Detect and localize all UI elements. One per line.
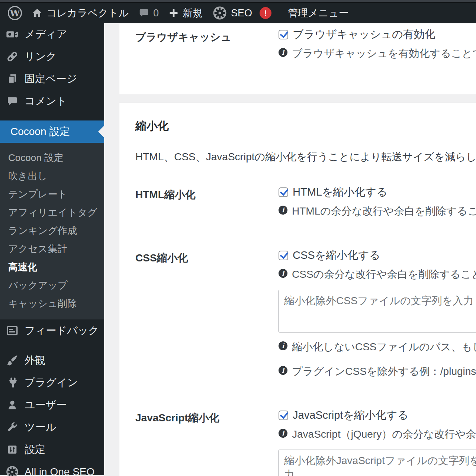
- info-icon: [279, 429, 287, 438]
- site-name-link[interactable]: コレカラベクトル: [27, 3, 134, 23]
- seo-menu-button[interactable]: SEO !: [208, 3, 276, 23]
- sidebar-item-label: 固定ページ: [25, 72, 77, 86]
- checkbox-label: HTMLを縮小化する: [293, 185, 387, 200]
- browser-cache-control: ブラウザキャッシュの有効化 ブラウザキャッシュを有効化することで、訪問: [279, 27, 476, 61]
- info-icon: [279, 366, 287, 375]
- comments-icon: [5, 94, 19, 108]
- html-minify-info: HTMLの余分な改行や余白を削除することによ: [279, 204, 476, 218]
- home-icon: [32, 7, 43, 19]
- submenu-item-backup[interactable]: バックアップ: [0, 276, 104, 295]
- admin-menu-label: 管理メニュー: [288, 6, 349, 20]
- plus-icon: [168, 8, 179, 18]
- browser-cache-row: ブラウザキャッシュ ブラウザキャッシュの有効化 ブラウザキャッシュを有効化するこ…: [135, 27, 476, 61]
- browser-cache-checkbox[interactable]: [279, 30, 288, 39]
- html-minify-checkbox[interactable]: [279, 187, 288, 197]
- submenu-item-cocoon-settings[interactable]: Cocoon 設定: [0, 149, 104, 167]
- feedback-icon: [5, 324, 19, 338]
- sidebar-item-label: ユーザー: [25, 398, 67, 412]
- js-minify-checkbox-row[interactable]: JavaScriptを縮小化する: [279, 408, 476, 423]
- info-icon: [279, 48, 287, 57]
- sidebar-item-users[interactable]: ユーザー: [0, 394, 104, 416]
- sidebar-item-tools[interactable]: ツール: [0, 416, 104, 438]
- js-minify-row: JavaScript縮小化 JavaScriptを縮小化する JavaScrip…: [135, 408, 476, 476]
- submenu-item-speed-up-current[interactable]: 高速化: [0, 258, 104, 276]
- admin-menu-button[interactable]: 管理メニュー: [283, 3, 354, 23]
- html-minify-checkbox-row[interactable]: HTMLを縮小化する: [279, 185, 476, 200]
- admin-sidebar: メディア リンク 固定ページ: [0, 23, 104, 475]
- minify-card: 縮小化 HTML、CSS、JavaScriptの縮小化を行うことにより転送サイズ…: [119, 103, 476, 476]
- submenu-item-affiliate-tag[interactable]: アフィリエイトタグ: [0, 203, 104, 222]
- browser-cache-checkbox-row[interactable]: ブラウザキャッシュの有効化: [279, 27, 476, 42]
- sidebar-item-all-in-one-seo[interactable]: All in One SEO: [0, 461, 104, 476]
- sidebar-item-label: All in One SEO: [25, 466, 94, 476]
- site-name-label: コレカラベクトル: [46, 6, 129, 20]
- sidebar-item-label: 外観: [25, 353, 45, 367]
- submenu-item-template[interactable]: テンプレート: [0, 185, 104, 203]
- minify-section-title: 縮小化: [135, 119, 476, 134]
- new-content-label: 新規: [183, 6, 203, 20]
- plugins-icon: [5, 376, 19, 390]
- wordpress-logo-button[interactable]: W: [3, 3, 27, 23]
- info-icon: [279, 269, 287, 278]
- css-exclude-info-2: プラグインCSSを除外する例：/plugins/plugin-: [279, 364, 476, 379]
- sidebar-item-label: メディア: [25, 27, 67, 41]
- settings-icon: [5, 443, 19, 457]
- media-icon: [5, 27, 19, 41]
- sidebar-item-pages[interactable]: 固定ページ: [0, 68, 104, 90]
- css-minify-checkbox[interactable]: [279, 251, 288, 260]
- js-minify-checkbox[interactable]: [279, 411, 288, 420]
- html-minify-control: HTMLを縮小化する HTMLの余分な改行や余白を削除することによ: [279, 185, 476, 218]
- comment-count: 0: [153, 7, 159, 19]
- info-text: JavaScript（jQuery）の余分な改行や余白を削除: [292, 427, 476, 441]
- window-top-strip: [0, 0, 476, 3]
- browser-cache-label: ブラウザキャッシュ: [135, 27, 279, 61]
- sidebar-item-label: プラグイン: [25, 376, 78, 390]
- js-minify-control: JavaScriptを縮小化する JavaScript（jQuery）の余分な改…: [279, 408, 476, 476]
- checkbox-label: ブラウザキャッシュの有効化: [293, 27, 435, 42]
- info-text: CSSの余分な改行や余白を削除することにより: [292, 267, 476, 282]
- users-icon: [5, 398, 19, 412]
- info-text: HTMLの余分な改行や余白を削除することによ: [292, 204, 476, 218]
- js-minify-info: JavaScript（jQuery）の余分な改行や余白を削除: [279, 427, 476, 441]
- browser-cache-card: ブラウザキャッシュ ブラウザキャッシュの有効化 ブラウザキャッシュを有効化するこ…: [119, 23, 476, 94]
- comments-shortcut[interactable]: 0: [134, 3, 164, 23]
- js-minify-label: JavaScript縮小化: [135, 408, 279, 476]
- sidebar-item-cocoon-settings[interactable]: Cocoon 設定: [0, 120, 104, 143]
- checkbox-label: CSSを縮小化する: [293, 248, 380, 263]
- css-minify-label: CSS縮小化: [135, 248, 279, 379]
- html-minify-row: HTML縮小化 HTMLを縮小化する HTMLの余分な改行や余白を削除することに…: [135, 185, 476, 218]
- checkbox-label: JavaScriptを縮小化する: [293, 408, 408, 423]
- sidebar-item-label: コメント: [25, 94, 67, 108]
- css-minify-control: CSSを縮小化する CSSの余分な改行や余白を削除することにより 縮小化しないC…: [279, 248, 476, 379]
- sidebar-item-media[interactable]: メディア: [0, 23, 104, 45]
- new-content-button[interactable]: 新規: [164, 3, 208, 23]
- sidebar-item-label: Cocoon 設定: [10, 125, 70, 139]
- seo-alert-badge: !: [260, 7, 271, 19]
- info-icon: [279, 206, 287, 215]
- sidebar-separator: [0, 342, 104, 349]
- sidebar-item-plugins[interactable]: プラグイン: [0, 372, 104, 394]
- sidebar-item-settings[interactable]: 設定: [0, 438, 104, 461]
- cocoon-submenu: Cocoon 設定 吹き出し テンプレート アフィリエイトタグ ランキング作成 …: [0, 143, 104, 319]
- css-exclude-info-1: 縮小化しないCSSファイルのパス、もしくはパ: [279, 340, 476, 354]
- submenu-item-cache-delete[interactable]: キャッシュ削除: [0, 295, 104, 313]
- appearance-icon: [5, 353, 19, 367]
- css-exclude-textarea[interactable]: [279, 290, 476, 332]
- sidebar-item-links[interactable]: リンク: [0, 45, 104, 68]
- sidebar-item-label: フィードバック: [25, 324, 99, 338]
- info-icon: [279, 341, 287, 350]
- sidebar-item-comments[interactable]: コメント: [0, 90, 104, 112]
- submenu-item-speech-bubble[interactable]: 吹き出し: [0, 167, 104, 185]
- css-minify-row: CSS縮小化 CSSを縮小化する CSSの余分な改行や余白を削除することにより …: [135, 248, 476, 379]
- sidebar-item-appearance[interactable]: 外観: [0, 349, 104, 372]
- sidebar-item-feedback[interactable]: フィードバック: [0, 319, 104, 342]
- submenu-item-access-stats[interactable]: アクセス集計: [0, 240, 104, 258]
- submenu-item-ranking[interactable]: ランキング作成: [0, 222, 104, 240]
- minify-section-description: HTML、CSS、JavaScriptの縮小化を行うことにより転送サイズを減らし…: [135, 150, 476, 164]
- sidebar-item-label: 設定: [25, 443, 45, 457]
- admin-bar: W コレカラベクトル 0 新規: [0, 3, 476, 23]
- html-minify-label: HTML縮小化: [135, 185, 279, 218]
- js-exclude-textarea[interactable]: [279, 450, 476, 476]
- info-text: ブラウザキャッシュを有効化することで、訪問: [292, 46, 476, 61]
- css-minify-checkbox-row[interactable]: CSSを縮小化する: [279, 248, 476, 263]
